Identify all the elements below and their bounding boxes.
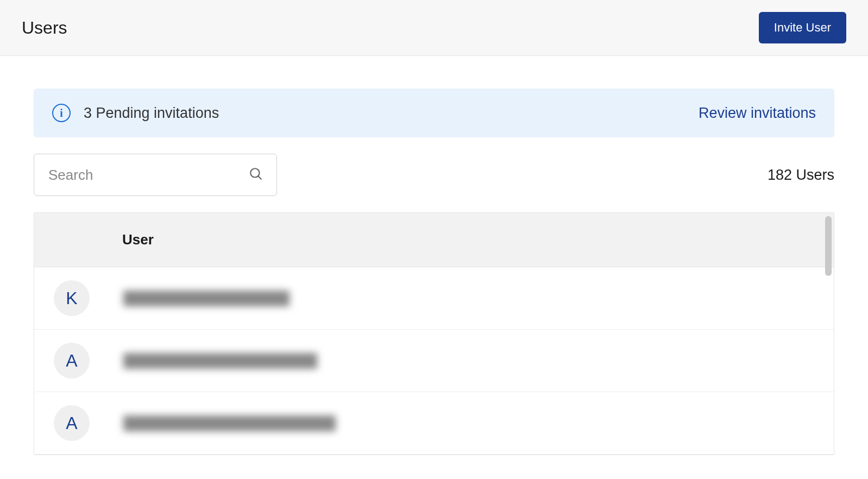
content-area: i 3 Pending invitations Review invitatio… [0, 56, 868, 455]
scrollbar-thumb[interactable] [825, 216, 832, 276]
review-invitations-link[interactable]: Review invitations [699, 105, 816, 122]
pending-invitations-banner: i 3 Pending invitations Review invitatio… [34, 89, 834, 137]
user-email: █████████████████████ [123, 353, 317, 368]
banner-left: i 3 Pending invitations [52, 104, 219, 122]
invite-user-button[interactable]: Invite User [759, 12, 846, 43]
table-row[interactable]: A ███████████████████████ [34, 392, 834, 455]
table-body: K ██████████████████ A █████████████████… [34, 267, 834, 455]
avatar: A [54, 405, 90, 441]
avatar: K [54, 280, 90, 316]
toolbar: 182 Users [34, 154, 834, 196]
header-bar: Users Invite User [0, 0, 868, 56]
users-table: User K ██████████████████ A ████████████… [34, 212, 834, 455]
table-row[interactable]: A █████████████████████ [34, 330, 834, 392]
user-email: ███████████████████████ [123, 415, 336, 431]
banner-message: 3 Pending invitations [84, 105, 219, 122]
page-title: Users [22, 18, 67, 38]
avatar: A [54, 343, 90, 379]
info-icon: i [52, 104, 71, 122]
search-wrapper [34, 154, 277, 196]
search-input[interactable] [34, 154, 277, 196]
table-header: User [34, 213, 834, 267]
column-header-user: User [51, 231, 817, 248]
user-count: 182 Users [768, 167, 834, 184]
user-email: ██████████████████ [123, 291, 290, 306]
table-row[interactable]: K ██████████████████ [34, 267, 834, 330]
